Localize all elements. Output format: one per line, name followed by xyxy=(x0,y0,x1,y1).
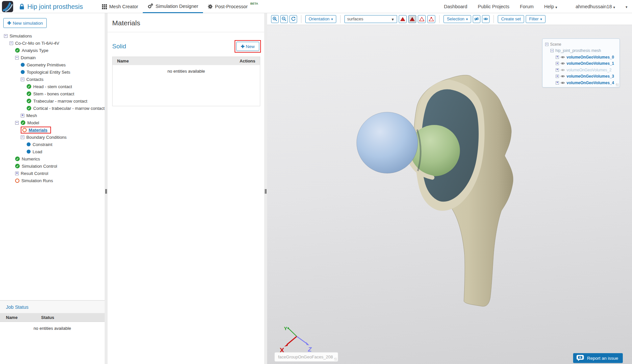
tree-item-simulations[interactable]: Simulations xyxy=(0,32,105,39)
collapse-expander-icon[interactable] xyxy=(545,43,548,46)
blue-dot-icon xyxy=(21,63,25,67)
expand-expander-icon[interactable] xyxy=(556,62,559,65)
viewer-3d: Orientation ▾ surfaces ▼ xyxy=(267,13,632,364)
beta-badge: BETA xyxy=(250,2,258,5)
grid-icon xyxy=(102,4,107,9)
eye-icon[interactable] xyxy=(561,81,565,85)
simscale-logo[interactable] xyxy=(2,1,13,12)
tree-item-mesh[interactable]: Mesh xyxy=(0,112,105,119)
collapse-expander-icon[interactable] xyxy=(4,34,8,38)
scene-root-item[interactable]: Scene xyxy=(545,41,617,48)
tree-item-simulation-name[interactable]: Co-Cr-Mo on Ti-6Al-4V xyxy=(0,39,105,47)
axis-triad-icon: Y X Z xyxy=(273,325,316,356)
tree-item-materials-selected[interactable]: Materials xyxy=(0,126,105,133)
check-icon xyxy=(15,164,20,168)
femur-bone[interactable] xyxy=(413,75,513,306)
collapse-expander-icon[interactable] xyxy=(15,56,19,60)
face-group-hint-input[interactable]: faceGroupOnGeoFaces_208 xyxy=(274,352,338,362)
panel-splitter[interactable] xyxy=(264,13,267,364)
tab-mesh-creator[interactable]: Mesh Creator xyxy=(97,0,143,13)
collapse-expander-icon[interactable] xyxy=(10,41,13,45)
tree-item-trabecular-marrow-contact[interactable]: Trabecular - marrow contact xyxy=(0,97,105,105)
eye-icon[interactable] xyxy=(561,68,565,72)
tree-item-geometry-primitives[interactable]: Geometry Primitives xyxy=(0,61,105,68)
nav-forum[interactable]: Forum xyxy=(520,4,534,9)
eye-off-icon xyxy=(474,17,479,21)
scene-tree-panel: Scene hip_joint_prosthesis mesh volumeOn… xyxy=(542,38,620,87)
expand-expander-icon[interactable] xyxy=(556,68,559,72)
tree-item-contacts[interactable]: Contacts xyxy=(0,76,105,83)
expand-expander-icon[interactable] xyxy=(21,114,24,117)
tree-item-stem-bones-contact[interactable]: Stem - bones contact xyxy=(0,90,105,97)
check-icon xyxy=(27,106,31,110)
eye-icon[interactable] xyxy=(561,75,565,78)
eye-icon[interactable] xyxy=(561,56,565,59)
plus-icon: ✚ xyxy=(7,20,11,26)
user-menu[interactable]: ahmedhussain18 ▾ xyxy=(575,4,615,9)
resize-grip-icon[interactable] xyxy=(334,358,337,361)
prosthesis-head-blue[interactable] xyxy=(357,112,418,173)
app-caret-menu[interactable]: ▾ xyxy=(625,5,627,9)
selection-highlight-box: Materials xyxy=(21,127,51,133)
filter-menu-button[interactable]: Filter ▾ xyxy=(526,15,545,23)
report-issue-button[interactable]: Report an issue xyxy=(573,353,623,363)
tree-item-cortical-trabecular-marrow-contact[interactable]: Cortical - trabecular - marrow contact xyxy=(0,105,105,112)
zoom-out-button[interactable] xyxy=(280,15,288,23)
tree-item-simulation-runs[interactable]: Simulation Runs xyxy=(0,177,105,184)
tree-item-domain[interactable]: Domain xyxy=(0,54,105,61)
collapse-expander-icon[interactable] xyxy=(21,78,24,81)
tree-item-constraint[interactable]: Constraint xyxy=(0,141,105,148)
tree-item-model[interactable]: Model xyxy=(0,119,105,126)
project-title: Hip joint prosthesis xyxy=(27,3,83,11)
scene-mesh-item[interactable]: hip_joint_prosthesis mesh xyxy=(545,48,617,54)
tree-item-numerics[interactable]: Numerics xyxy=(0,155,105,162)
render-mode-select[interactable]: surfaces ▼ xyxy=(344,15,397,23)
check-icon xyxy=(27,91,31,96)
tree-item-boundary-conditions[interactable]: Boundary Conditions xyxy=(0,133,105,141)
render-shaded-mesh-button[interactable] xyxy=(408,15,416,23)
show-all-button[interactable] xyxy=(482,15,490,23)
scene-volume-item[interactable]: volumeOnGeoVolumes_1 xyxy=(545,61,617,67)
render-wireframe-button[interactable] xyxy=(418,15,426,23)
collapse-expander-icon[interactable] xyxy=(15,121,19,125)
tree-item-head-stem-contact[interactable]: Head - stem contact xyxy=(0,83,105,90)
tab-simulation-designer[interactable]: Simulation Designer xyxy=(143,0,203,13)
refresh-view-button[interactable] xyxy=(290,15,297,23)
scene-volume-item[interactable]: volumeOnGeoVolumes_2 xyxy=(545,67,617,73)
splitter-grip-icon xyxy=(105,189,107,194)
selection-menu-button[interactable]: Selection ▾ xyxy=(443,15,471,23)
expand-expander-icon[interactable] xyxy=(556,56,559,59)
nav-help-menu[interactable]: Help ▾ xyxy=(544,4,557,9)
expand-expander-icon[interactable] xyxy=(556,81,559,85)
tab-post-processor[interactable]: Post-Processor BETA xyxy=(203,0,263,13)
tree-item-topological-entity-sets[interactable]: Topological Entity Sets xyxy=(0,68,105,76)
tree-item-analysis-type[interactable]: Analysis Type xyxy=(0,47,105,54)
tree-item-simulation-control[interactable]: Simulation Control xyxy=(0,162,105,170)
sidebar-splitter[interactable] xyxy=(105,13,108,364)
resize-grip-icon[interactable] xyxy=(616,84,619,86)
new-material-button[interactable]: ✚ New xyxy=(236,42,259,51)
nav-dashboard[interactable]: Dashboard xyxy=(444,4,467,9)
render-points-button[interactable] xyxy=(427,15,435,23)
tree-item-result-control[interactable]: Result Control xyxy=(0,170,105,177)
expand-expander-icon[interactable] xyxy=(15,172,19,175)
collapse-expander-icon[interactable] xyxy=(21,135,24,139)
scene-volume-item[interactable]: volumeOnGeoVolumes_3 xyxy=(545,73,617,80)
new-simulation-button[interactable]: ✚ New simulation xyxy=(3,18,47,28)
tree-item-load[interactable]: Load xyxy=(0,148,105,155)
nav-public-projects[interactable]: Public Projects xyxy=(478,4,509,9)
create-set-button[interactable]: Create set xyxy=(498,15,524,23)
render-solid-faces-button[interactable] xyxy=(399,15,407,23)
orientation-menu-button[interactable]: Orientation ▾ xyxy=(305,15,336,23)
viewer-canvas[interactable]: Scene hip_joint_prosthesis mesh volumeOn… xyxy=(267,25,632,364)
hide-selected-button[interactable] xyxy=(473,15,480,23)
collapse-expander-icon[interactable] xyxy=(550,49,554,52)
blue-dot-icon xyxy=(21,70,25,74)
job-status-col-status: Status xyxy=(41,315,54,320)
scene-volume-item[interactable]: volumeOnGeoVolumes_4 xyxy=(545,80,617,86)
zoom-in-button[interactable] xyxy=(271,15,279,23)
expand-expander-icon[interactable] xyxy=(556,75,559,78)
eye-icon[interactable] xyxy=(561,62,565,65)
panel-title: Materials xyxy=(108,13,264,27)
scene-volume-item[interactable]: volumeOnGeoVolumes_0 xyxy=(545,54,617,61)
